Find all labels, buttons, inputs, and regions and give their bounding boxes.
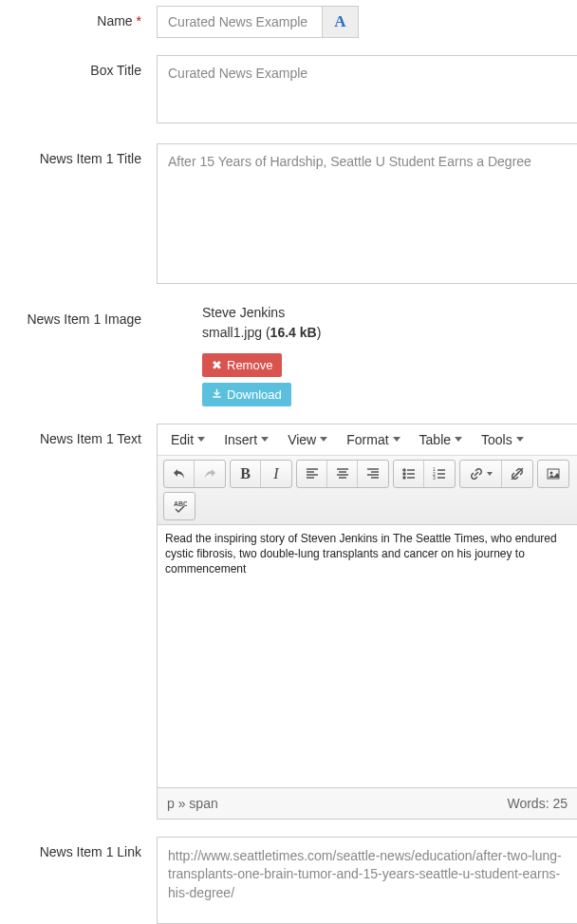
italic-button[interactable]: I (261, 461, 291, 487)
download-button[interactable]: Download (202, 383, 291, 406)
item1-text-label: News Item 1 Text (0, 424, 157, 446)
menu-view[interactable]: View (288, 432, 327, 447)
image-filename: small1.jpg (16.4 kB) (202, 324, 344, 342)
menu-tools[interactable]: Tools (481, 432, 524, 447)
name-label: Name * (0, 6, 157, 28)
align-left-button[interactable] (297, 461, 327, 487)
image-author: Steve Jenkins (202, 304, 344, 322)
editor-toolbar: B I 123 (158, 456, 577, 525)
chevron-down-icon (261, 437, 269, 442)
editor-content-area[interactable]: Read the inspiring story of Steven Jenki… (158, 525, 577, 787)
bullet-list-button[interactable] (394, 461, 424, 487)
chevron-down-icon (320, 437, 327, 442)
bold-button[interactable]: B (231, 461, 261, 487)
box-title-input[interactable] (157, 55, 577, 123)
image-button[interactable] (538, 461, 568, 487)
item1-link-label: News Item 1 Link (0, 837, 157, 859)
number-list-button[interactable]: 123 (424, 461, 455, 487)
undo-button[interactable] (164, 461, 195, 487)
name-input[interactable] (157, 6, 323, 38)
download-icon (212, 387, 222, 402)
align-right-button[interactable] (358, 461, 388, 487)
chevron-down-icon (197, 437, 205, 442)
menu-format[interactable]: Format (346, 432, 400, 447)
svg-point-14 (403, 473, 405, 475)
item1-title-label: News Item 1 Title (0, 143, 157, 166)
align-center-button[interactable] (327, 461, 358, 487)
close-icon: ✖ (212, 358, 222, 372)
editor-menubar: Edit Insert View Format Table Tools (158, 424, 577, 456)
box-title-label: Box Title (0, 55, 157, 78)
item1-title-input[interactable] (157, 143, 577, 284)
chevron-down-icon (516, 437, 524, 442)
redo-button[interactable] (195, 461, 225, 487)
unlink-button[interactable] (502, 461, 532, 487)
svg-point-12 (403, 469, 405, 471)
remove-button[interactable]: ✖Remove (202, 353, 282, 377)
menu-table[interactable]: Table (419, 432, 462, 447)
chevron-down-icon (455, 437, 462, 442)
editor-wordcount: Words: 25 (507, 796, 568, 811)
item1-link-input[interactable] (157, 837, 577, 924)
editor-statusbar: p » span Words: 25 (158, 787, 577, 819)
menu-edit[interactable]: Edit (171, 432, 205, 447)
rich-text-editor: Edit Insert View Format Table Tools B I (157, 424, 577, 820)
chevron-down-icon (393, 437, 400, 442)
spellcheck-button[interactable]: ABC (164, 493, 195, 519)
svg-point-26 (550, 471, 553, 474)
svg-text:3: 3 (433, 475, 436, 481)
menu-insert[interactable]: Insert (224, 432, 269, 447)
item1-image-label: News Item 1 Image (0, 304, 157, 327)
svg-text:ABC: ABC (174, 500, 187, 507)
link-button[interactable] (460, 461, 502, 487)
font-style-button[interactable]: A (323, 6, 359, 38)
svg-point-16 (403, 477, 405, 479)
chevron-down-icon (487, 472, 493, 476)
editor-path: p » span (167, 796, 218, 811)
